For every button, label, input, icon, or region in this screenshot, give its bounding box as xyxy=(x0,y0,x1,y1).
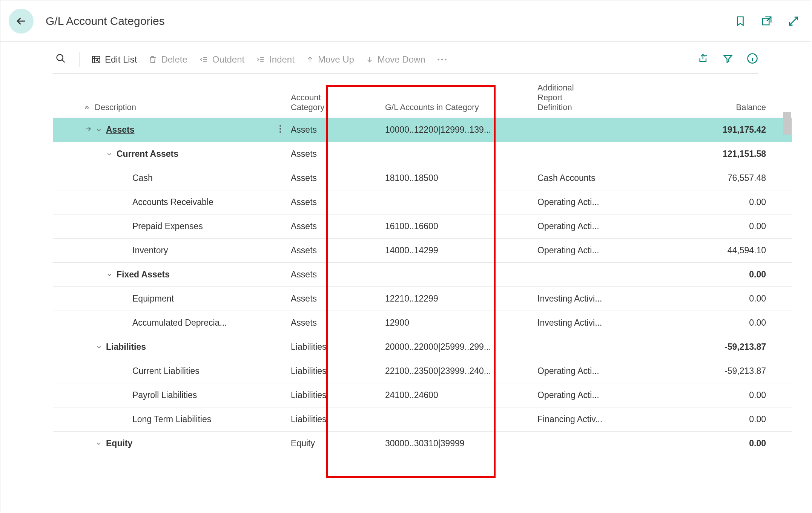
cell-balance[interactable]: 44,594.10 xyxy=(630,245,770,256)
cell-balance[interactable]: 0.00 xyxy=(630,390,770,400)
cell-description[interactable]: Cash xyxy=(95,173,287,183)
cell-balance[interactable]: 0.00 xyxy=(630,197,770,207)
table-row[interactable]: AssetsAssets10000..12200|12999..139...19… xyxy=(53,118,792,142)
table-row[interactable]: Long Term LiabilitiesLiabilitiesFinancin… xyxy=(53,407,792,431)
cell-balance[interactable]: 76,557.48 xyxy=(630,173,770,183)
header-account-category[interactable]: Account Category xyxy=(287,93,381,112)
header-balance[interactable]: Balance xyxy=(630,103,770,112)
cell-gl-accounts[interactable]: 16100..16600 xyxy=(381,221,535,231)
cell-account-category[interactable]: Assets xyxy=(287,245,381,256)
cell-additional-definition[interactable]: Financing Activ... xyxy=(535,414,630,424)
cell-additional-definition[interactable]: Operating Acti... xyxy=(535,245,630,256)
cell-account-category[interactable]: Liabilities xyxy=(287,366,381,376)
cell-description[interactable]: Assets xyxy=(95,124,287,136)
cell-description[interactable]: Accumulated Deprecia... xyxy=(95,318,287,328)
cell-description[interactable]: Payroll Liabilities xyxy=(95,390,287,400)
cell-balance[interactable]: 0.00 xyxy=(630,438,770,449)
scrollbar-thumb[interactable] xyxy=(783,112,791,135)
cell-description[interactable]: Accounts Receivable xyxy=(95,197,287,207)
filter-icon[interactable] xyxy=(723,53,733,66)
open-new-window-icon[interactable] xyxy=(760,15,773,27)
cell-balance[interactable]: 0.00 xyxy=(630,221,770,231)
cell-description[interactable]: Fixed Assets xyxy=(95,270,287,280)
table-row[interactable]: Accounts ReceivableAssetsOperating Acti.… xyxy=(53,190,792,214)
cell-balance[interactable]: -59,213.87 xyxy=(630,366,770,376)
cell-balance[interactable]: 121,151.58 xyxy=(630,149,770,159)
collapse-all-header[interactable] xyxy=(53,105,95,112)
table-row[interactable]: Current AssetsAssets121,151.58 xyxy=(53,142,792,166)
cell-description[interactable]: Current Assets xyxy=(95,149,287,159)
outdent-button[interactable]: Outdent xyxy=(199,54,244,65)
cell-account-category[interactable]: Assets xyxy=(287,270,381,280)
bookmark-icon[interactable] xyxy=(735,15,746,28)
cell-additional-definition[interactable]: Operating Acti... xyxy=(535,197,630,207)
cell-balance[interactable]: 0.00 xyxy=(630,318,770,328)
cell-gl-accounts[interactable]: 14000..14299 xyxy=(381,245,535,256)
table-row[interactable]: CashAssets18100..18500Cash Accounts76,55… xyxy=(53,166,792,190)
chevron-down-icon[interactable] xyxy=(95,440,103,447)
cell-account-category[interactable]: Equity xyxy=(287,438,381,449)
table-row[interactable]: EquityEquity30000..30310|399990.00 xyxy=(53,431,792,455)
chevron-down-icon[interactable] xyxy=(95,344,103,351)
cell-description[interactable]: Liabilities xyxy=(95,342,287,352)
cell-account-category[interactable]: Assets xyxy=(287,318,381,328)
cell-gl-accounts[interactable]: 18100..18500 xyxy=(381,173,535,183)
more-actions-button[interactable] xyxy=(437,58,447,61)
back-button[interactable] xyxy=(9,9,34,34)
cell-gl-accounts[interactable]: 20000..22000|25999..299... xyxy=(381,342,535,352)
cell-gl-accounts[interactable]: 24100..24600 xyxy=(381,390,535,400)
header-additional-def[interactable]: Additional Report Definition xyxy=(535,83,630,112)
cell-account-category[interactable]: Assets xyxy=(287,125,381,135)
table-row[interactable]: EquipmentAssets12210..12299Investing Act… xyxy=(53,286,792,311)
cell-additional-definition[interactable]: Operating Acti... xyxy=(535,221,630,231)
info-icon[interactable] xyxy=(747,53,758,66)
chevron-down-icon[interactable] xyxy=(105,271,114,278)
vertical-scrollbar[interactable] xyxy=(783,112,791,356)
cell-additional-definition[interactable]: Cash Accounts xyxy=(535,173,630,183)
cell-balance[interactable]: -59,213.87 xyxy=(630,342,770,352)
move-up-button[interactable]: Move Up xyxy=(306,54,354,65)
cell-gl-accounts[interactable]: 30000..30310|39999 xyxy=(381,438,535,449)
cell-account-category[interactable]: Liabilities xyxy=(287,414,381,424)
header-gl-accounts[interactable]: G/L Accounts in Category xyxy=(381,103,535,112)
cell-account-category[interactable]: Liabilities xyxy=(287,390,381,400)
table-row[interactable]: Accumulated Deprecia...Assets12900Invest… xyxy=(53,311,792,335)
cell-gl-accounts[interactable]: 12900 xyxy=(381,318,535,328)
cell-account-category[interactable]: Liabilities xyxy=(287,342,381,352)
cell-additional-definition[interactable]: Investing Activi... xyxy=(535,318,630,328)
header-description[interactable]: Description xyxy=(95,103,287,112)
cell-description[interactable]: Prepaid Expenses xyxy=(95,221,287,231)
edit-list-button[interactable]: Edit List xyxy=(91,54,137,65)
cell-balance[interactable]: 191,175.42 xyxy=(630,125,770,135)
search-button[interactable] xyxy=(53,52,68,67)
cell-description[interactable]: Equipment xyxy=(95,294,287,304)
cell-description[interactable]: Equity xyxy=(95,438,287,449)
row-more-icon[interactable] xyxy=(279,124,287,136)
table-row[interactable]: LiabilitiesLiabilities20000..22000|25999… xyxy=(53,335,792,359)
table-row[interactable]: Payroll LiabilitiesLiabilities24100..246… xyxy=(53,383,792,407)
cell-account-category[interactable]: Assets xyxy=(287,149,381,159)
delete-button[interactable]: Delete xyxy=(148,54,187,65)
table-row[interactable]: Prepaid ExpensesAssets16100..16600Operat… xyxy=(53,214,792,238)
cell-account-category[interactable]: Assets xyxy=(287,221,381,231)
cell-additional-definition[interactable]: Operating Acti... xyxy=(535,390,630,400)
cell-description[interactable]: Long Term Liabilities xyxy=(95,414,287,424)
expand-icon[interactable] xyxy=(787,15,800,27)
move-down-button[interactable]: Move Down xyxy=(365,54,425,65)
indent-button[interactable]: Indent xyxy=(256,54,295,65)
table-row[interactable]: Fixed AssetsAssets0.00 xyxy=(53,262,792,286)
cell-balance[interactable]: 0.00 xyxy=(630,294,770,304)
cell-account-category[interactable]: Assets xyxy=(287,173,381,183)
cell-description[interactable]: Inventory xyxy=(95,245,287,256)
cell-account-category[interactable]: Assets xyxy=(287,294,381,304)
table-row[interactable]: Current LiabilitiesLiabilities22100..235… xyxy=(53,359,792,383)
share-icon[interactable] xyxy=(698,53,709,66)
cell-gl-accounts[interactable]: 22100..23500|23999..240... xyxy=(381,366,535,376)
chevron-down-icon[interactable] xyxy=(105,151,114,158)
cell-gl-accounts[interactable]: 12210..12299 xyxy=(381,294,535,304)
cell-balance[interactable]: 0.00 xyxy=(630,270,770,280)
cell-balance[interactable]: 0.00 xyxy=(630,414,770,424)
cell-additional-definition[interactable]: Operating Acti... xyxy=(535,366,630,376)
cell-account-category[interactable]: Assets xyxy=(287,197,381,207)
cell-additional-definition[interactable]: Investing Activi... xyxy=(535,294,630,304)
